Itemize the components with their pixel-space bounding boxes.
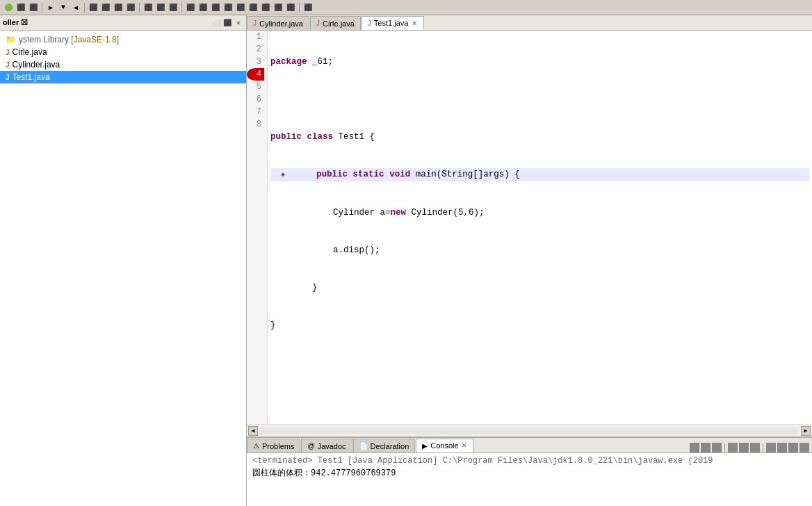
cylinder-tab-icon: J xyxy=(253,19,257,27)
code-line-2 xyxy=(270,93,809,106)
console-sep2 xyxy=(763,443,763,452)
toolbar-icon-2[interactable]: ⬛ xyxy=(15,2,26,13)
console-content: <terminated> Test1 [Java Application] C:… xyxy=(247,453,812,506)
toolbar-icon-18[interactable]: ⬛ xyxy=(235,2,246,13)
toolbar-icon-19[interactable]: ⬛ xyxy=(247,2,259,13)
cirle-java-label: Cirle.java xyxy=(13,47,47,57)
toolbar-icon-8[interactable]: ⬛ xyxy=(100,2,111,13)
test1-tab-icon: J xyxy=(368,19,371,27)
console-icon-8[interactable] xyxy=(777,443,787,452)
bottom-tab-javadoc[interactable]: @ Javadoc xyxy=(301,439,352,452)
code-editor[interactable]: 1 2 3 4 5 6 7 8 package _61; public clas… xyxy=(247,31,812,424)
toolbar-icon-15[interactable]: ⬛ xyxy=(197,2,209,13)
ln-2: 2 xyxy=(247,43,264,56)
tab-cirle[interactable]: J Cirle.java xyxy=(310,16,361,30)
toolbar-icon-12[interactable]: ⬛ xyxy=(155,2,166,13)
console-icon-6[interactable] xyxy=(750,443,760,452)
ln-6: 6 xyxy=(247,93,264,106)
sidebar-maximize-icon[interactable]: ⬛ xyxy=(222,18,232,28)
code-line-1: package _61; xyxy=(270,56,809,68)
console-icon-3[interactable] xyxy=(712,443,722,452)
toolbar-icon-10[interactable]: ⬛ xyxy=(125,2,136,13)
console-sep xyxy=(724,443,725,452)
toolbar-icon-11[interactable]: ⬛ xyxy=(143,2,154,13)
console-tab-close[interactable]: ✕ xyxy=(462,442,467,449)
test1-java-label: Test1.java xyxy=(13,72,50,82)
problems-icon: ⚠ xyxy=(253,442,259,450)
bottom-tab-problems[interactable]: ⚠ Problems xyxy=(247,439,300,452)
toolbar-icon-9[interactable]: ⬛ xyxy=(113,2,124,13)
ln-7: 7 xyxy=(247,106,264,118)
sidebar-item-cylinder[interactable]: J Cylinder.java xyxy=(0,58,246,71)
scroll-track[interactable] xyxy=(259,427,799,434)
tab-test1[interactable]: J Test1.java ✕ xyxy=(362,16,425,30)
sidebar-item-test1[interactable]: J Test1.java xyxy=(0,71,246,83)
sidebar-minimize-icon[interactable]: ⬜ xyxy=(211,18,221,28)
console-terminated-line: <terminated> Test1 [Java Application] C:… xyxy=(252,455,806,467)
code-line-4: ◆ public static void main(String[]args) … xyxy=(270,168,809,181)
test1-tab-label: Test1.java xyxy=(374,19,409,27)
toolbar-icon-16[interactable]: ⬛ xyxy=(210,2,221,13)
cirle-tab-label: Cirle.java xyxy=(323,19,355,28)
bottom-panel: ⚠ Problems @ Javadoc 📄 Declaration ▶ Con… xyxy=(247,436,812,506)
cirle-tab-icon: J xyxy=(316,19,320,27)
toolbar-icon-7[interactable]: ⬛ xyxy=(88,2,99,13)
ln-8: 8 xyxy=(247,118,264,131)
problems-label: Problems xyxy=(262,442,294,450)
line-numbers: 1 2 3 4 5 6 7 8 xyxy=(247,31,268,424)
toolbar-icon-6[interactable]: ◀ xyxy=(70,2,81,13)
scroll-left[interactable]: ◀ xyxy=(248,426,258,436)
bottom-tab-bar: ⚠ Problems @ Javadoc 📄 Declaration ▶ Con… xyxy=(247,438,812,453)
toolbar-icon-4[interactable]: ▶ xyxy=(45,2,56,13)
main-toolbar: 🟢 ⬛ ⬛ ▶ ▼ ◀ ⬛ ⬛ ⬛ ⬛ ⬛ ⬛ ⬛ ⬛ ⬛ ⬛ ⬛ ⬛ ⬛ ⬛ … xyxy=(0,0,812,15)
javadoc-icon: @ xyxy=(307,442,314,450)
toolbar-icon-1[interactable]: 🟢 xyxy=(3,2,14,13)
sidebar-item-cirle[interactable]: J Cirle.java xyxy=(0,46,246,58)
toolbar-sep-2 xyxy=(84,3,85,13)
scroll-right[interactable]: ▶ xyxy=(801,426,811,436)
cylinder-java-label: Cylinder.java xyxy=(13,60,60,70)
console-icon-4[interactable] xyxy=(728,443,738,452)
toolbar-icon-3[interactable]: ⬛ xyxy=(28,2,39,13)
code-line-8: } xyxy=(270,319,809,332)
editor-area: J Cylinder.java J Cirle.java J Test1.jav… xyxy=(247,15,812,436)
toolbar-icon-22[interactable]: ⬛ xyxy=(285,2,296,13)
cylinder-java-icon: J xyxy=(6,61,10,69)
console-icon-10[interactable] xyxy=(799,443,809,452)
console-icon-7[interactable] xyxy=(766,443,776,452)
toolbar-icon-5[interactable]: ▼ xyxy=(58,2,69,13)
console-icon-5[interactable] xyxy=(739,443,749,452)
tab-cylinder[interactable]: J Cylinder.java xyxy=(247,16,309,30)
toolbar-sep-4 xyxy=(181,3,182,13)
sidebar-item-library[interactable]: 📁 ystem Library [JavaSE-1.8] xyxy=(0,33,246,46)
console-label: Console xyxy=(430,441,458,450)
code-line-7: } xyxy=(270,281,809,294)
sidebar-title: oller ☒ xyxy=(3,18,28,27)
console-icon-9[interactable] xyxy=(788,443,798,452)
ln-1: 1 xyxy=(247,31,264,43)
horizontal-scrollbar[interactable]: ◀ ▶ xyxy=(247,424,812,436)
console-toolbar xyxy=(690,443,812,452)
code-line-3: public class Test1 { xyxy=(270,131,809,143)
test1-java-icon: J xyxy=(6,74,10,81)
toolbar-icon-21[interactable]: ⬛ xyxy=(273,2,284,13)
javadoc-label: Javadoc xyxy=(318,442,346,450)
toolbar-sep-1 xyxy=(42,3,42,13)
sidebar: oller ☒ ⬜ ⬛ ✕ 📁 ystem Library [JavaSE-1.… xyxy=(0,15,247,506)
console-icon: ▶ xyxy=(422,442,428,450)
code-content[interactable]: package _61; public class Test1 { ◆ publ… xyxy=(268,31,812,424)
test1-tab-close[interactable]: ✕ xyxy=(411,19,418,26)
toolbar-icon-13[interactable]: ⬛ xyxy=(168,2,179,13)
toolbar-icon-20[interactable]: ⬛ xyxy=(260,2,271,13)
toolbar-icon-14[interactable]: ⬛ xyxy=(185,2,196,13)
sidebar-content: 📁 ystem Library [JavaSE-1.8] J Cirle.jav… xyxy=(0,31,246,506)
sidebar-header: oller ☒ ⬜ ⬛ ✕ xyxy=(0,15,246,31)
toolbar-icon-23[interactable]: ⬛ xyxy=(302,2,314,13)
sidebar-close-icon[interactable]: ✕ xyxy=(234,18,243,28)
console-icon-1[interactable] xyxy=(690,443,699,452)
bottom-tab-console[interactable]: ▶ Console ✕ xyxy=(416,439,473,452)
library-folder-icon: 📁 xyxy=(6,35,16,44)
toolbar-icon-17[interactable]: ⬛ xyxy=(222,2,234,13)
bottom-tab-declaration[interactable]: 📄 Declaration xyxy=(353,439,416,452)
console-icon-2[interactable] xyxy=(701,443,710,452)
